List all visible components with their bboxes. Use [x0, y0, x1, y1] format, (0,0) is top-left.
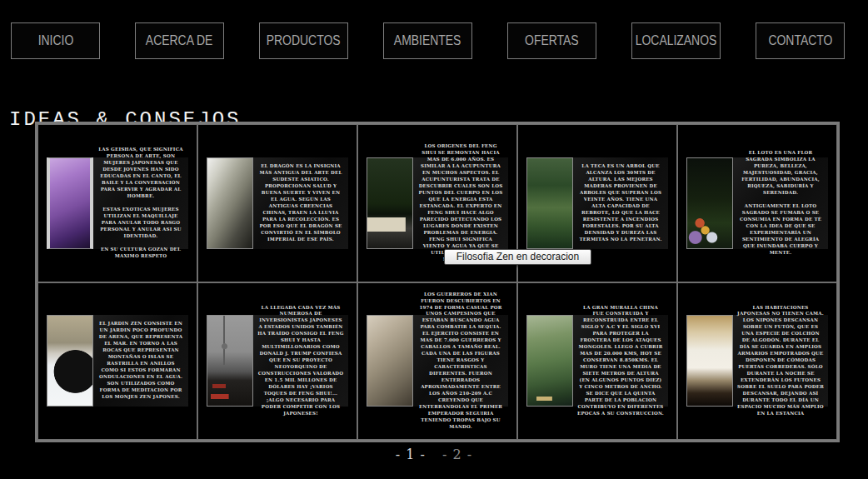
idea-card-text: LA GRAN MURALLA CHINA FUE CONSTRUIDA Y R…: [573, 315, 668, 407]
grid-cell: LAS GEISHAS, QUE SIGNIFICA PERSONA DE AR…: [37, 124, 197, 282]
page-link-1[interactable]: - 1 -: [396, 447, 426, 462]
nav-item-acerca-de[interactable]: ACERCA DE: [135, 22, 224, 59]
nav-item-ofertas[interactable]: OFERTAS: [507, 22, 596, 59]
grid-cell: LA LLEGADA CADA VEZ MÁS NUMEROSA DE INVE…: [197, 282, 357, 441]
geisha-photo: [47, 157, 93, 249]
idea-card-text: LOS ORIGENES DEL FENG SHUI SE REMONTAN H…: [413, 157, 508, 249]
idea-card[interactable]: LOS ORIGENES DEL FENG SHUI SE REMONTAN H…: [367, 157, 508, 249]
great-wall-photo: [526, 315, 573, 407]
nav-item-productos[interactable]: PRODUCTOS: [259, 22, 348, 59]
idea-card-text: EL DRAGÓN ES LA INSIGNIA MÁS ANTIGUA DEL…: [253, 157, 348, 249]
grid-cell: LAS HABITACIONES JAPONESAS NO TIENEN CAM…: [677, 282, 837, 441]
idea-card-text: LA LLEGADA CADA VEZ MÁS NUMEROSA DE INVE…: [253, 315, 348, 407]
grid-cell: LA GRAN MURALLA CHINA FUE CONSTRUIDA Y R…: [517, 282, 677, 441]
japanese-room-photo: [686, 315, 733, 407]
grid-cell: EL LOTO ES UNA FLOR SAGRADA SIMBOLIZA LA…: [677, 124, 837, 282]
idea-card[interactable]: LAS GEISHAS, QUE SIGNIFICA PERSONA DE AR…: [47, 157, 188, 249]
idea-card[interactable]: EL DRAGÓN ES LA INSIGNIA MÁS ANTIGUA DEL…: [207, 157, 348, 249]
ideas-grid: LAS GEISHAS, QUE SIGNIFICA PERSONA DE AR…: [35, 122, 840, 442]
zen-garden-photo: [47, 315, 93, 407]
nav-item-inicio[interactable]: INICIO: [11, 22, 100, 59]
idea-card-text: LAS GEISHAS, QUE SIGNIFICA PERSONA DE AR…: [93, 157, 188, 249]
idea-card[interactable]: LA GRAN MURALLA CHINA FUE CONSTRUIDA Y R…: [526, 315, 668, 407]
nav-item-contacto[interactable]: CONTACTO: [756, 22, 845, 59]
lotus-buddha-photo: [686, 157, 733, 249]
shanghai-tower-photo: [207, 315, 253, 407]
idea-card-text: EL JARDIN ZEN CONSISTE EN UN JARDIN POCO…: [93, 315, 188, 407]
nav-item-ambientes[interactable]: AMBIENTES: [383, 22, 472, 59]
page-link-2[interactable]: - 2 -: [442, 447, 472, 462]
nav-item-label: LOCALIZANOS: [636, 32, 717, 49]
nav-item-label: AMBIENTES: [394, 32, 461, 49]
nav-item-label: INICIO: [37, 32, 73, 49]
idea-card[interactable]: LOS GUERREROS DE XIAN FUERON DESCUBIERTO…: [367, 315, 508, 407]
nav-item-localizanos[interactable]: LOCALIZANOS: [631, 22, 721, 59]
grid-cell: EL DRAGÓN ES LA INSIGNIA MÁS ANTIGUA DEL…: [197, 124, 357, 282]
idea-card-text: LOS GUERREROS DE XIAN FUERON DESCUBIERTO…: [413, 315, 508, 407]
idea-card-text: EL LOTO ES UNA FLOR SAGRADA SIMBOLIZA LA…: [733, 157, 828, 249]
feng-shui-room-photo: [367, 157, 413, 249]
idea-card[interactable]: LA TECA ES UN ARBOL QUE ALCANZA LOS 30MT…: [526, 157, 668, 249]
main-nav: INICIO ACERCA DE PRODUCTOS AMBIENTES OFE…: [11, 22, 845, 59]
nav-item-label: OFERTAS: [525, 32, 579, 49]
idea-card-text: LAS HABITACIONES JAPONESAS NO TIENEN CAM…: [733, 315, 828, 407]
nav-item-label: ACERCA DE: [146, 32, 213, 49]
xian-warriors-photo: [367, 315, 413, 407]
nav-item-label: PRODUCTOS: [267, 32, 341, 49]
grid-cell: LOS GUERREROS DE XIAN FUERON DESCUBIERTO…: [357, 282, 517, 441]
idea-card[interactable]: EL JARDIN ZEN CONSISTE EN UN JARDIN POCO…: [47, 315, 188, 407]
idea-card-text: LA TECA ES UN ARBOL QUE ALCANZA LOS 30MT…: [573, 157, 668, 249]
idea-card[interactable]: EL LOTO ES UNA FLOR SAGRADA SIMBOLIZA LA…: [686, 157, 828, 249]
hover-tooltip: Filosofia Zen en decoracion: [444, 249, 591, 265]
nav-item-label: CONTACTO: [768, 32, 832, 49]
grid-cell: EL JARDIN ZEN CONSISTE EN UN JARDIN POCO…: [37, 282, 197, 441]
teak-forest-photo: [526, 157, 573, 249]
idea-card[interactable]: LAS HABITACIONES JAPONESAS NO TIENEN CAM…: [686, 315, 828, 407]
pagination: - 1 - - 2 -: [0, 447, 868, 462]
idea-card[interactable]: LA LLEGADA CADA VEZ MÁS NUMEROSA DE INVE…: [207, 315, 348, 407]
dragon-statue-photo: [207, 157, 253, 249]
